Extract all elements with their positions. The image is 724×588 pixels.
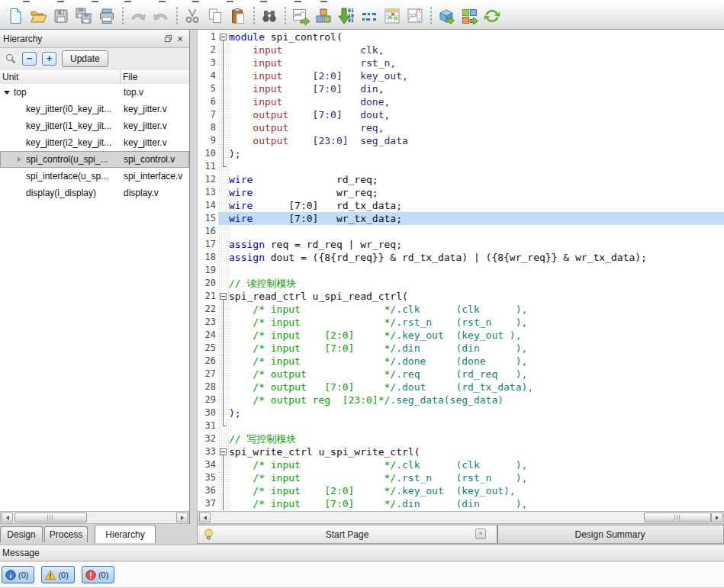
code-line-20[interactable]: 20// 读控制模块 (198, 277, 724, 290)
collapse-all-button[interactable]: − (22, 52, 37, 66)
new-file-button[interactable] (4, 5, 27, 27)
paste-button[interactable] (227, 5, 249, 27)
tree-row-spi-control-u-spi[interactable]: spi_control(u_spi_...spi_control.v (0, 151, 189, 168)
update-button[interactable]: Update (62, 50, 108, 67)
info-count-button[interactable]: i(0) (2, 566, 34, 583)
code-line-26[interactable]: 26 /* input */.done (done ), (198, 355, 724, 368)
refresh-button[interactable] (481, 5, 504, 27)
code-line-25[interactable]: 25 /* input [7:0] */.din (din ), (198, 342, 724, 355)
implement-block-button[interactable] (435, 5, 458, 27)
code-line-2[interactable]: 2 input clk, (198, 43, 724, 56)
code-line-8[interactable]: 8 output req, (198, 121, 724, 134)
code-line-23[interactable]: 23 /* input */.rst_n (rst_n ), (198, 316, 724, 329)
code-line-35[interactable]: 35 /* input */.rst_n (rst_n ), (198, 471, 724, 484)
code-line-29[interactable]: 29 /* output reg [23:0]*/.seg_data(seg_d… (198, 394, 724, 406)
code-line-6[interactable]: 6 input done, (198, 95, 724, 108)
binary-download-button[interactable]: 011001 (335, 5, 358, 27)
analysis-curves-button[interactable] (404, 5, 426, 27)
print-button[interactable] (95, 5, 118, 27)
search-icon[interactable] (5, 53, 17, 65)
column-header-unit[interactable]: Unit (0, 69, 121, 85)
code-line-22[interactable]: 22 /* input */.clk (clk ), (198, 303, 724, 316)
tree-row-display-i-display[interactable]: display(i_display)display.v (0, 185, 189, 201)
code-line-5[interactable]: 5 input [7:0] din, (198, 82, 724, 95)
doc-tab-design-summary[interactable]: Design Summary (498, 525, 722, 543)
simulate-view-button[interactable] (289, 5, 312, 27)
scrollbar-thumb[interactable] (644, 512, 711, 522)
code-line-27[interactable]: 27 /* output */.req (rd_req ), (198, 368, 724, 381)
error-count-button[interactable]: (0) (82, 566, 114, 583)
scroll-left-icon[interactable] (199, 512, 211, 522)
tree-row-key-jitter-i1-key-jit[interactable]: key_jitter(i1_key_jit...key_jitter.v (0, 117, 189, 134)
close-panel-icon[interactable]: × (174, 33, 186, 45)
unit-name: key_jitter(i2_key_jit... (26, 137, 111, 148)
code-line-9[interactable]: 9 output [23:0] seg_data (198, 134, 724, 147)
code-text: // 读控制模块 (229, 277, 724, 290)
code-line-14[interactable]: 14wire [7:0] rd_tx_data; (198, 199, 724, 212)
doc-tab-label: Design Summary (498, 529, 722, 540)
warning-count-button[interactable]: (0) (41, 566, 74, 583)
code-line-16[interactable]: 16 (198, 225, 724, 238)
save-all-button[interactable] (72, 5, 95, 27)
table-report-button[interactable] (381, 5, 404, 27)
cut-button[interactable] (181, 5, 204, 27)
code-area[interactable]: 1module spi_control(2 input clk,3 input … (198, 31, 724, 511)
code-line-34[interactable]: 34 /* input */.clk (clk ), (198, 458, 724, 471)
code-line-4[interactable]: 4 input [2:0] key_out, (198, 69, 724, 82)
fold-margin (218, 329, 229, 342)
collapse-arrow-icon[interactable] (2, 91, 11, 95)
hierarchy-hscrollbar[interactable] (0, 511, 189, 524)
code-line-1[interactable]: 1module spi_control( (198, 31, 724, 43)
code-line-18[interactable]: 18assign dout = ({8{rd_req}} & rd_tx_dat… (198, 251, 724, 264)
code-line-33[interactable]: 33spi_write_ctrl u_spi_write_ctrl( (198, 445, 724, 458)
code-line-15[interactable]: 15wire [7:0] wr_tx_data; (198, 212, 724, 225)
code-line-21[interactable]: 21spi_read_ctrl u_spi_read_ctrl( (198, 290, 724, 303)
code-line-19[interactable]: 19 (198, 264, 724, 277)
code-line-11[interactable]: 11 (198, 160, 724, 173)
find-button[interactable] (258, 5, 281, 27)
code-line-28[interactable]: 28 /* output [7:0] */.dout (rd_tx_data), (198, 381, 724, 394)
unit-name: spi_control(u_spi_... (26, 154, 108, 165)
tab-hierarchy[interactable]: Hierarchy (95, 525, 156, 543)
waveform-markers-button[interactable] (358, 5, 381, 27)
tree-row-top[interactable]: toptop.v (0, 84, 189, 101)
scroll-right-icon[interactable] (176, 512, 188, 522)
fold-marker-icon[interactable] (218, 31, 229, 43)
column-header-file[interactable]: File (121, 69, 189, 85)
code-line-32[interactable]: 32// 写控制模块 (198, 432, 724, 445)
scroll-left-icon[interactable] (2, 512, 13, 522)
design-blocks-button[interactable] (312, 5, 335, 27)
copy-button[interactable] (204, 5, 227, 27)
save-button[interactable] (50, 5, 72, 27)
code-line-31[interactable]: 31 (198, 419, 724, 432)
tab-process[interactable]: Process (44, 526, 88, 542)
code-line-24[interactable]: 24 /* input [2:0] */.key_out (key_out ), (198, 329, 724, 342)
code-line-7[interactable]: 7 output [7:0] dout, (198, 108, 724, 121)
code-line-37[interactable]: 37 /* input [7:0] */.din (din ), (198, 497, 724, 510)
tree-row-key-jitter-i0-key-jit[interactable]: key_jitter(i0_key_jit...key_jitter.v (0, 101, 189, 117)
doc-tab-start-page[interactable]: Start Page× (198, 525, 497, 543)
code-line-30[interactable]: 30); (198, 406, 724, 419)
open-folder-button[interactable] (27, 5, 50, 27)
code-line-17[interactable]: 17assign req = rd_req | wr_req; (198, 238, 724, 251)
float-panel-icon[interactable] (162, 33, 174, 45)
tree-row-key-jitter-i2-key-jit[interactable]: key_jitter(i2_key_jit...key_jitter.v (0, 134, 189, 151)
close-tab-icon[interactable]: × (475, 529, 486, 539)
code-line-10[interactable]: 10); (198, 147, 724, 160)
scrollbar-thumb[interactable] (14, 512, 87, 522)
tab-design[interactable]: Design (0, 526, 43, 542)
fold-marker-icon[interactable] (218, 290, 229, 303)
partition-blocks-button[interactable] (458, 5, 481, 27)
scroll-right-icon[interactable] (711, 512, 722, 522)
hierarchy-panel: Hierarchy × − + Update Unit File toptop.… (0, 30, 190, 524)
code-line-36[interactable]: 36 /* input [2:0] */.key_out (key_out), (198, 484, 724, 497)
code-line-3[interactable]: 3 input rst_n, (198, 56, 724, 69)
code-text: /* output */.req (rd_req ), (229, 368, 724, 381)
editor-hscrollbar[interactable] (198, 511, 724, 524)
tree-row-spi-interface-u-sp[interactable]: spi_interface(u_sp...spi_interface.v (0, 168, 189, 185)
expand-all-button[interactable]: + (42, 52, 56, 66)
code-line-13[interactable]: 13wire wr_req; (198, 186, 724, 199)
expand-arrow-icon[interactable] (14, 156, 24, 162)
fold-marker-icon[interactable] (218, 445, 229, 458)
code-line-12[interactable]: 12wire rd_req; (198, 173, 724, 186)
